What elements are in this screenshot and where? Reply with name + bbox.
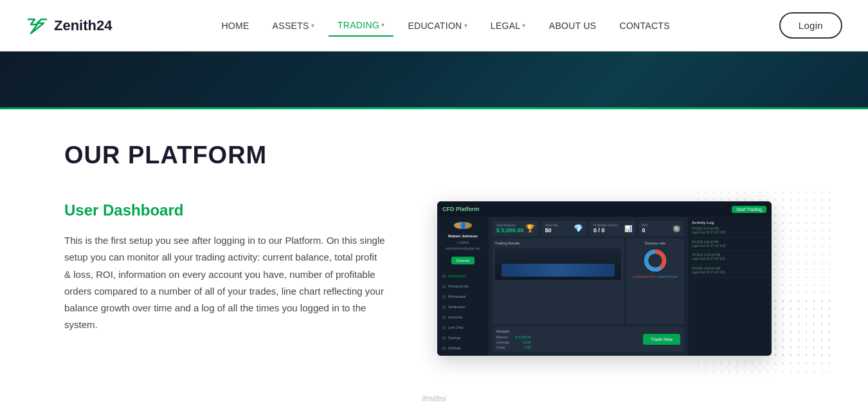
platform-section: User Dashboard This is the first setup y… bbox=[64, 201, 804, 356]
dashboard-mockup: CFD Platform Start Trading 👤 Robert John… bbox=[437, 201, 772, 356]
nav-about[interactable]: ABOUT US bbox=[540, 15, 606, 36]
main-nav: HOME ASSETS ▾ TRADING ▾ EDUCATION ▾ LEGA… bbox=[212, 15, 678, 37]
dash-nav-dashboard: Dashboard bbox=[440, 272, 486, 280]
logo-text: Zenith24 bbox=[54, 17, 112, 34]
section-title: OUR PLATFORM bbox=[64, 142, 804, 169]
nav-assets[interactable]: ASSETS ▾ bbox=[264, 15, 323, 36]
dash-account-balance: Balance$ 5,000.00 bbox=[496, 335, 531, 339]
page-watermark: ifmiifmi bbox=[0, 388, 868, 410]
logo-icon bbox=[26, 14, 49, 37]
dash-account-title: Account bbox=[496, 329, 531, 333]
dash-donut-chart bbox=[642, 248, 668, 273]
dash-nav-verification: Verification bbox=[440, 303, 486, 311]
dash-user-id: • 100041 bbox=[457, 241, 469, 244]
dash-stat-pnl: Total P&L $0 💎 bbox=[541, 221, 588, 236]
dash-nav-withdrawal: Withdrawal bbox=[440, 293, 486, 300]
dash-topbar: CFD Platform Start Trading bbox=[437, 201, 772, 217]
dash-activity-log: Activity Log 4/7/2022 3:11:40 PM Login f… bbox=[688, 217, 772, 356]
dash-account-leverage: Leverage1:100 bbox=[496, 340, 531, 344]
dash-account-row: Account Balance$ 5,000.00 Leverage1:100 bbox=[493, 327, 684, 352]
nav-home[interactable]: HOME bbox=[212, 15, 258, 36]
dash-account-credit: Credit0.00 bbox=[496, 345, 531, 349]
feature-description: This is the first setup you see after lo… bbox=[64, 232, 386, 334]
dash-deposit-button: Deposit bbox=[451, 257, 475, 264]
dash-balance-value: $ 5,000.00 bbox=[496, 227, 524, 234]
main-content: OUR PLATFORM User Dashboard This is the … bbox=[0, 109, 868, 388]
dash-activity-item-1: 4/7/2022 3:11:40 PM Login from 97.37.147… bbox=[692, 227, 768, 238]
dash-pnl-value: $0 bbox=[545, 227, 559, 234]
nav-legal[interactable]: LEGAL ▾ bbox=[482, 15, 535, 36]
assets-chevron-icon: ▾ bbox=[311, 22, 314, 29]
dash-stat-orders: Profitable Orders 0 / 0 📊 bbox=[590, 221, 636, 236]
dash-nav-accounts: Accounts bbox=[440, 313, 486, 321]
dash-roi-icon: 🔘 bbox=[673, 225, 680, 232]
dash-activity-item-3: 4/7/2022 12:51:35 PM Login from 97.37.14… bbox=[692, 253, 768, 264]
dash-success-title: Success rate bbox=[645, 241, 665, 245]
feature-title: User Dashboard bbox=[64, 201, 386, 219]
dash-nav-personal: Personal Info bbox=[440, 282, 486, 290]
dash-platform-title: CFD Platform bbox=[442, 206, 480, 212]
logo[interactable]: Zenith24 bbox=[26, 14, 112, 37]
nav-contacts[interactable]: CONTACTS bbox=[610, 15, 678, 36]
dash-mid-row: Trading Results Success rate bbox=[493, 239, 684, 324]
legal-chevron-icon: ▾ bbox=[522, 22, 525, 29]
dash-user-name: Robert Johnson bbox=[448, 234, 478, 238]
dash-stat-roi: ROI 0 🔘 bbox=[638, 221, 685, 236]
education-chevron-icon: ▾ bbox=[464, 22, 467, 29]
dash-chart-title: Trading Results bbox=[495, 241, 621, 245]
dash-trade-button: Trade Now bbox=[643, 334, 680, 345]
nav-education[interactable]: EDUCATION ▾ bbox=[399, 15, 476, 36]
hero-banner bbox=[0, 51, 868, 109]
dash-stat-balance: Total Balance $ 5,000.00 🏆 bbox=[493, 221, 539, 236]
image-column: CFD Platform Start Trading 👤 Robert John… bbox=[437, 201, 804, 356]
dash-donut-legend: ● Close Not Prof ● Close Prof Line bbox=[633, 275, 677, 279]
login-button[interactable]: Login bbox=[779, 12, 842, 39]
text-column: User Dashboard This is the first setup y… bbox=[64, 201, 386, 334]
dash-orders-value: 0 / 0 bbox=[593, 227, 618, 234]
dash-activity-item-4: 4/7/2022 10:04:14 AM Login from 97.37.14… bbox=[692, 267, 768, 278]
dash-nav-settings: Settings bbox=[440, 344, 486, 352]
dash-chart-icon: 📊 bbox=[624, 225, 632, 232]
dash-stats-row: Total Balance $ 5,000.00 🏆 bbox=[493, 221, 684, 236]
nav-trading[interactable]: TRADING ▾ bbox=[329, 15, 393, 37]
dash-success-rate: Success rate ● Close Not Prof ● Close Pr… bbox=[626, 239, 684, 324]
dash-trading-results: Trading Results bbox=[493, 239, 624, 324]
dash-logout: ⏻ Log Out bbox=[440, 354, 486, 356]
dash-activity-item-2: 4/7/2022 3:09:43 PM Login from 97.37.147… bbox=[692, 241, 768, 252]
dash-chart-bar bbox=[502, 264, 615, 277]
dash-chart bbox=[495, 248, 621, 280]
dash-sidebar: 👤 Robert Johnson • 100041 robert.johnson… bbox=[437, 217, 489, 356]
dash-trophy-icon: 🏆 bbox=[525, 224, 535, 233]
dash-roi-value: 0 bbox=[642, 227, 648, 234]
dash-diamond-icon: 💎 bbox=[574, 224, 583, 233]
dash-avatar: 👤 bbox=[454, 222, 472, 229]
dash-account-items: Balance$ 5,000.00 Leverage1:100 Credit0.… bbox=[496, 335, 531, 349]
dash-main-area: Total Balance $ 5,000.00 🏆 bbox=[489, 217, 688, 356]
header: Zenith24 HOME ASSETS ▾ TRADING ▾ EDUCATI… bbox=[0, 0, 868, 51]
dash-activity-title: Activity Log bbox=[692, 221, 768, 225]
dash-nav-livechat: Live Chat bbox=[440, 324, 486, 331]
trading-chevron-icon: ▾ bbox=[381, 21, 384, 28]
dash-user-email: robert.johnson@gmail.com bbox=[446, 247, 480, 250]
dash-start-button: Start Trading bbox=[732, 206, 766, 213]
dash-nav-savings: Savings bbox=[440, 334, 486, 342]
